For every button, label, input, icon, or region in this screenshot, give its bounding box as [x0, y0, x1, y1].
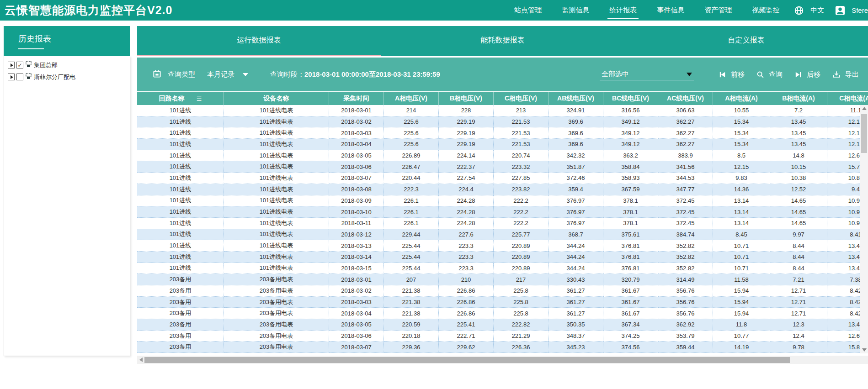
vertical-scrollbar[interactable] [860, 105, 868, 353]
globe-icon[interactable] [794, 5, 804, 16]
table-row[interactable]: 101进线101进线电表2018-03-12229.44227.6225.773… [137, 229, 868, 241]
table-row[interactable]: 203备用203备用电表2018-03-06220.18222.71221.29… [137, 331, 868, 342]
query-type-label: 查询类型 [168, 70, 195, 79]
tab-0[interactable]: 运行数据报表 [137, 26, 381, 56]
meter-select[interactable]: 全部选中 [600, 68, 694, 80]
table-cell: 2018-03-11 [329, 218, 384, 229]
table-cell: 344.53 [658, 173, 713, 184]
table-cell: 101进线 [137, 116, 224, 128]
table-row[interactable]: 101进线101进线电表2018-03-01214228213324.91316… [137, 105, 868, 116]
table-cell: 9.97 [770, 229, 827, 241]
tree-expand-icon[interactable] [8, 62, 15, 68]
table-cell: 220.89 [494, 240, 548, 252]
table-cell: 203备用 [137, 331, 224, 342]
column-header-label: C相电压(V) [505, 95, 537, 103]
tree-item-1[interactable]: 斯菲尔分厂配电 [8, 73, 126, 81]
table-cell: 101进线 [137, 127, 224, 139]
column-header-10[interactable]: B相电流(A) [770, 92, 827, 105]
column-header-3[interactable]: A相电压(V) [384, 92, 439, 105]
scroll-up-icon[interactable] [860, 105, 868, 112]
column-header-6[interactable]: AB线电压(V) [548, 92, 603, 105]
table-row[interactable]: 101进线101进线电表2018-03-15225.44223.3220.893… [137, 263, 868, 274]
column-header-4[interactable]: B相电压(V) [439, 92, 494, 105]
table-row[interactable]: 101进线101进线电表2018-03-14225.44223.3220.893… [137, 252, 868, 263]
prev-button[interactable]: 前移 [719, 70, 745, 79]
scroll-left-icon[interactable] [137, 356, 144, 364]
query-type-select[interactable]: 本月记录 [207, 70, 248, 79]
tree-checkbox[interactable]: ✓ [16, 62, 23, 68]
column-header-9[interactable]: A相电流(A) [713, 92, 770, 105]
top-nav-item-2[interactable]: 统计报表 [609, 0, 637, 21]
org-icon [25, 73, 32, 81]
table-row[interactable]: 101进线101进线电表2018-03-04225.6229.19221.533… [137, 139, 868, 150]
table-row[interactable]: 101进线101进线电表2018-03-06226.47222.37223.32… [137, 161, 868, 173]
column-header-8[interactable]: AC线电压(V) [658, 92, 713, 105]
column-header-0[interactable]: 回路名称☰ [137, 92, 224, 105]
table-row[interactable]: 203备用203备用电表2018-03-07229.36229.62226.36… [137, 342, 868, 353]
top-nav-item-5[interactable]: 视频监控 [752, 0, 779, 21]
table-row[interactable]: 203备用203备用电表2018-03-03221.38226.86225.83… [137, 297, 868, 308]
table-row[interactable]: 101进线101进线电表2018-03-08222.3224.4223.8235… [137, 184, 868, 195]
table-cell: 2018-03-10 [329, 206, 384, 218]
horizontal-scrollbar[interactable] [137, 356, 868, 364]
current-user[interactable]: Sfere [852, 6, 868, 14]
table-row[interactable]: 101进线101进线电表2018-03-03225.6229.19221.533… [137, 127, 868, 139]
tree-expand-icon[interactable] [8, 74, 15, 80]
table-row[interactable]: 203备用203备用电表2018-03-05220.59225.41222.82… [137, 319, 868, 331]
tab-2[interactable]: 自定义报表 [624, 26, 868, 56]
table-row[interactable]: 101进线101进线电表2018-03-02225.6229.19221.533… [137, 116, 868, 128]
table-row[interactable]: 203备用203备用电表2018-03-02221.38226.86225.83… [137, 285, 868, 297]
column-header-1[interactable]: 设备名称 [224, 92, 329, 105]
table-cell: 348.37 [548, 331, 603, 342]
tree-item-label[interactable]: 集团总部 [34, 61, 58, 69]
scroll-down-icon[interactable] [860, 347, 868, 353]
table-row[interactable]: 101进线101进线电表2018-03-07220.44227.54227.85… [137, 173, 868, 184]
table-cell: 2018-03-05 [329, 150, 384, 162]
horizontal-scrollbar-thumb[interactable] [144, 357, 790, 363]
column-header-5[interactable]: C相电压(V) [494, 92, 548, 105]
next-button[interactable]: 后移 [794, 70, 820, 79]
column-header-7[interactable]: BC线电压(V) [603, 92, 658, 105]
table-cell: 229.62 [439, 342, 494, 353]
language-switch[interactable]: 中文 [810, 6, 824, 15]
search-button[interactable]: 查询 [756, 70, 783, 79]
export-button-label: 导出 [845, 70, 859, 79]
table-cell: 101进线电表 [224, 195, 329, 207]
tab-1[interactable]: 能耗数据报表 [381, 26, 624, 56]
table-cell: 101进线 [137, 218, 224, 229]
search-icon [756, 71, 764, 79]
table-cell: 10.71 [713, 240, 770, 252]
table-row[interactable]: 101进线101进线电表2018-03-13225.44223.3220.893… [137, 240, 868, 252]
tree-checkbox[interactable] [16, 74, 23, 80]
query-buttons: 前移查询后移导出 [707, 70, 859, 79]
table-cell: 14.19 [713, 342, 770, 353]
table-row[interactable]: 203备用203备用电表2018-03-01207210217330.43320… [137, 274, 868, 285]
table-row[interactable]: 101进线101进线电表2018-03-10226.1224.28222.237… [137, 206, 868, 218]
export-button[interactable]: 导出 [832, 70, 859, 79]
step-forward-icon [794, 71, 802, 79]
column-header-label: A相电压(V) [395, 95, 427, 103]
menu-icon[interactable]: ☰ [197, 95, 202, 102]
table-cell: 229.44 [384, 229, 439, 241]
table-cell: 15.94 [713, 308, 770, 319]
vertical-scrollbar-thumb[interactable] [861, 114, 867, 153]
table-cell: 2018-03-08 [329, 184, 384, 195]
column-header-11[interactable]: C相电流(A) [827, 92, 868, 105]
table-row[interactable]: 203备用203备用电表2018-03-04221.38226.86225.83… [137, 308, 868, 319]
tree-item-0[interactable]: ✓集团总部 [8, 61, 126, 69]
column-header-2[interactable]: 采集时间 [329, 92, 384, 105]
user-icon[interactable] [835, 5, 845, 16]
top-nav-item-1[interactable]: 监测信息 [562, 0, 589, 21]
table-cell: 362.27 [658, 116, 713, 128]
table-row[interactable]: 101进线101进线电表2018-03-11226.1224.28222.237… [137, 218, 868, 229]
top-nav-item-3[interactable]: 事件信息 [657, 0, 684, 21]
tree-item-label[interactable]: 斯菲尔分厂配电 [34, 73, 75, 81]
table-row[interactable]: 101进线101进线电表2018-03-05226.89224.14220.74… [137, 150, 868, 162]
top-nav-item-4[interactable]: 资产管理 [704, 0, 732, 21]
table-cell: 2018-03-04 [329, 139, 384, 150]
table-cell: 352.82 [658, 252, 713, 263]
table-cell: 225.6 [384, 116, 439, 128]
table-row[interactable]: 101进线101进线电表2018-03-09226.1224.28222.237… [137, 195, 868, 207]
top-nav-item-0[interactable]: 站点管理 [514, 0, 542, 21]
table-cell: 2018-03-12 [329, 229, 384, 241]
